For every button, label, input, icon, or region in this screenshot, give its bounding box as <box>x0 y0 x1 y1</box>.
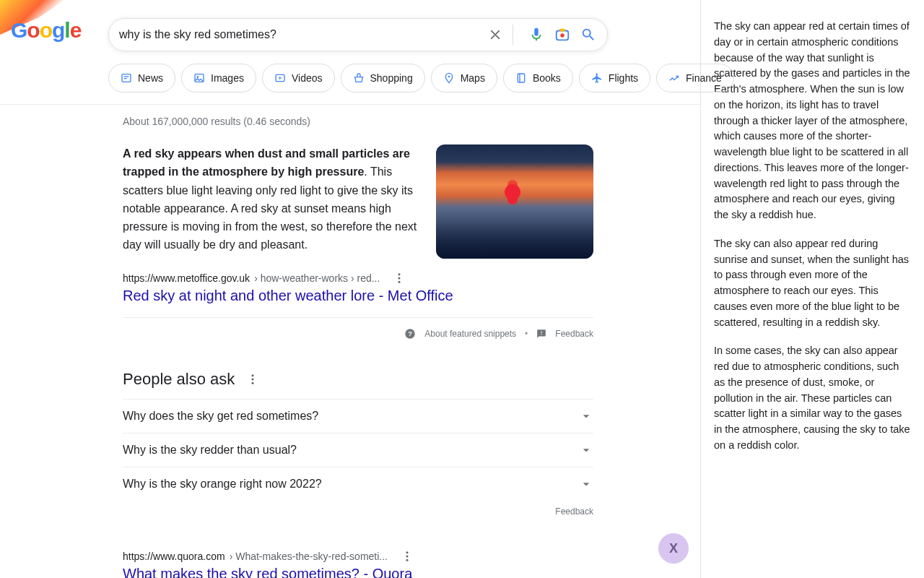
result-title[interactable]: What makes the sky red sometimes? - Quor… <box>123 566 593 578</box>
search-input[interactable] <box>119 28 478 41</box>
people-also-ask: People also ask Why does the sky get red… <box>123 370 593 517</box>
paa-question: Why does the sky get red sometimes? <box>123 410 318 423</box>
svg-point-13 <box>398 277 401 280</box>
mic-icon[interactable] <box>528 26 545 43</box>
header-divider <box>0 104 700 105</box>
svg-point-12 <box>398 273 401 275</box>
chip-images[interactable]: Images <box>181 64 256 92</box>
sidebar-paragraph: The sky can also appear red during sunri… <box>714 236 911 331</box>
chip-label: Shopping <box>370 72 413 84</box>
feedback-icon <box>536 329 546 339</box>
svg-point-22 <box>406 559 409 561</box>
svg-point-21 <box>406 556 409 558</box>
chevron-down-icon <box>579 409 593 423</box>
chip-maps[interactable]: Maps <box>431 64 497 92</box>
featured-image[interactable] <box>436 144 593 259</box>
svg-point-20 <box>406 551 409 553</box>
chip-label: Videos <box>292 72 323 84</box>
svg-rect-2 <box>559 29 565 32</box>
svg-point-17 <box>252 374 254 376</box>
svg-point-18 <box>252 379 254 381</box>
chevron-down-icon <box>579 477 593 491</box>
chevron-down-icon <box>579 443 593 457</box>
chip-shopping[interactable]: Shopping <box>341 64 425 92</box>
paa-question: Why is the sky redder than usual? <box>123 444 297 457</box>
main-column: Google News Images Videos Shopping Maps <box>0 0 700 578</box>
cite-path: › What-makes-the-sky-red-someti... <box>230 551 388 562</box>
chip-books[interactable]: Books <box>503 64 573 92</box>
snippet-footer: ? About featured snippets • Feedback <box>123 317 593 340</box>
sidebar-paragraph: The sky can appear red at certain times … <box>714 19 911 223</box>
feedback-link[interactable]: Feedback <box>555 329 593 339</box>
assistant-fab[interactable]: X <box>658 533 689 564</box>
result-cite: https://www.quora.com › What-makes-the-s… <box>123 550 593 563</box>
svg-point-7 <box>197 76 199 78</box>
chip-label: Maps <box>461 72 485 84</box>
chip-label: Flights <box>609 72 638 84</box>
chip-finance[interactable]: Finance <box>656 64 734 92</box>
info-icon: ? <box>404 328 416 340</box>
paa-item[interactable]: Why does the sky get red sometimes? <box>123 399 593 433</box>
svg-point-1 <box>560 33 565 38</box>
clear-icon[interactable] <box>487 26 504 43</box>
chip-videos[interactable]: Videos <box>262 64 335 92</box>
chip-news[interactable]: News <box>108 64 175 92</box>
svg-point-14 <box>398 281 401 283</box>
chip-label: News <box>138 72 163 84</box>
chip-label: Finance <box>686 72 722 84</box>
chip-flights[interactable]: Flights <box>579 64 650 92</box>
search-result: https://www.quora.com › What-makes-the-s… <box>123 550 593 578</box>
camera-icon[interactable] <box>554 26 571 43</box>
google-logo[interactable]: Google <box>11 18 81 43</box>
featured-snippet: A red sky appears when dust and small pa… <box>123 144 593 259</box>
paa-heading: People also ask <box>123 370 235 389</box>
divider <box>513 25 513 45</box>
svg-point-19 <box>252 382 254 384</box>
featured-text: A red sky appears when dust and small pa… <box>123 144 422 259</box>
filter-chips: News Images Videos Shopping Maps Books F… <box>108 64 734 92</box>
cite-url: https://www.metoffice.gov.uk <box>123 272 250 284</box>
more-icon[interactable] <box>401 550 414 563</box>
chip-label: Images <box>211 72 244 84</box>
chip-label: Books <box>533 72 561 84</box>
svg-point-9 <box>448 76 450 78</box>
paa-question: Why is the sky orange right now 2022? <box>123 478 322 491</box>
search-bar[interactable] <box>108 18 608 51</box>
svg-rect-10 <box>518 74 524 82</box>
cite-path: › how-weather-works › red... <box>254 272 380 284</box>
result-cite: https://www.metoffice.gov.uk › how-weath… <box>123 272 593 285</box>
more-icon[interactable] <box>246 373 259 386</box>
about-snippets-link[interactable]: About featured snippets <box>424 329 516 339</box>
paa-feedback-link[interactable]: Feedback <box>123 506 593 517</box>
svg-text:?: ? <box>408 330 412 337</box>
more-icon[interactable] <box>393 272 406 285</box>
result-stats: About 167,000,000 results (0.46 seconds) <box>123 116 593 127</box>
sidebar-paragraph: In some cases, the sky can also appear r… <box>714 343 911 453</box>
featured-rest: . This scatters blue light leaving only … <box>123 165 417 251</box>
result-title[interactable]: Red sky at night and other weather lore … <box>123 288 593 304</box>
search-icon[interactable] <box>580 26 597 43</box>
paa-item[interactable]: Why is the sky redder than usual? <box>123 433 593 467</box>
paa-item[interactable]: Why is the sky orange right now 2022? <box>123 467 593 501</box>
cite-url: https://www.quora.com <box>123 551 225 562</box>
